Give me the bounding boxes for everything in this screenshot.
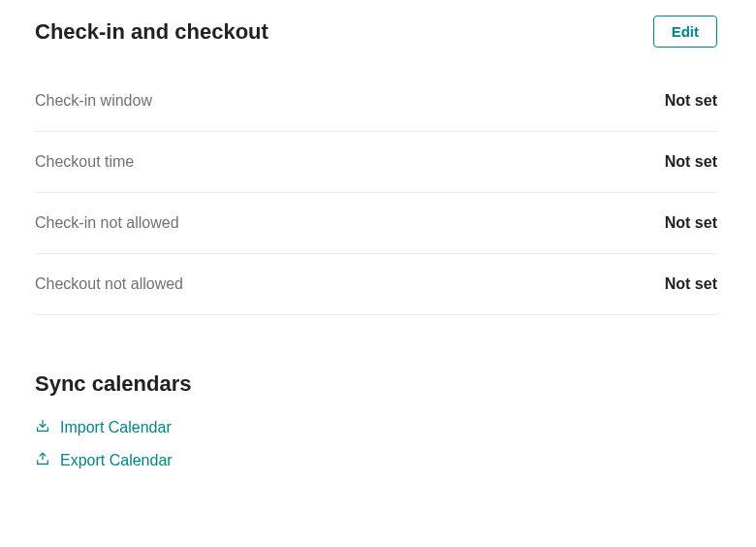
- export-calendar-link[interactable]: Export Calendar: [35, 451, 717, 470]
- checkin-window-row: Check-in window Not set: [35, 86, 717, 132]
- checkout-not-allowed-value: Not set: [665, 275, 717, 293]
- checkin-not-allowed-row: Check-in not allowed Not set: [35, 193, 717, 254]
- sync-calendars-section: Sync calendars Import Calendar Export Ca…: [35, 371, 717, 470]
- checkin-not-allowed-value: Not set: [665, 214, 717, 232]
- edit-button[interactable]: Edit: [653, 16, 717, 48]
- checkout-not-allowed-row: Checkout not allowed Not set: [35, 254, 717, 315]
- export-calendar-label: Export Calendar: [60, 452, 173, 469]
- checkin-checkout-rows: Check-in window Not set Checkout time No…: [35, 86, 717, 315]
- export-icon: [35, 451, 50, 470]
- checkout-time-row: Checkout time Not set: [35, 132, 717, 193]
- checkin-checkout-header: Check-in and checkout Edit: [35, 16, 717, 48]
- checkin-window-label: Check-in window: [35, 92, 152, 110]
- import-calendar-link[interactable]: Import Calendar: [35, 418, 717, 437]
- checkout-not-allowed-label: Checkout not allowed: [35, 275, 183, 293]
- import-icon: [35, 418, 50, 437]
- checkin-window-value: Not set: [665, 92, 717, 110]
- checkout-time-value: Not set: [665, 153, 717, 171]
- checkin-not-allowed-label: Check-in not allowed: [35, 214, 179, 232]
- checkout-time-label: Checkout time: [35, 153, 134, 171]
- import-calendar-label: Import Calendar: [60, 419, 172, 436]
- sync-calendars-title: Sync calendars: [35, 371, 717, 397]
- checkin-checkout-title: Check-in and checkout: [35, 19, 268, 45]
